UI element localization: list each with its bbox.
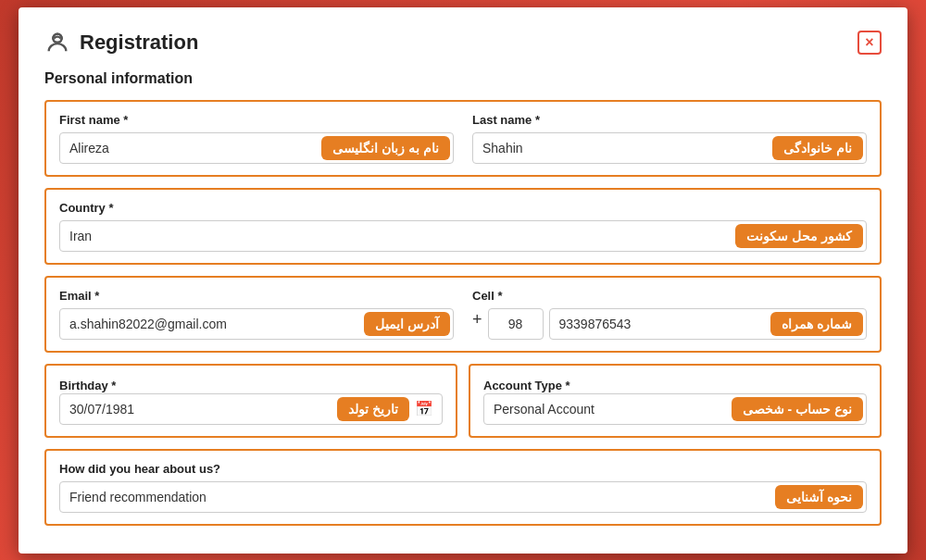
user-icon (44, 30, 70, 56)
cell-label: Cell * (472, 289, 867, 303)
calendar-icon[interactable]: 📅 (415, 400, 433, 417)
birthday-tooltip: تاریخ تولد (337, 397, 409, 421)
country-tooltip: کشور محل سکونت (735, 224, 863, 248)
how-heard-tooltip: نحوه آشنایی (775, 485, 863, 509)
how-heard-input-wrapper: نحوه آشنایی (59, 481, 867, 513)
country-label: Country * (59, 201, 867, 215)
country-select-wrapper: Iran United States United Kingdom ▾ کشور… (59, 220, 867, 252)
birthday-account-row: Birthday * 📅 تاریخ تولد Account Type * ن… (44, 364, 882, 438)
country-row: Country * Iran United States United King… (44, 188, 882, 265)
birthday-box: Birthday * 📅 تاریخ تولد (44, 364, 457, 438)
cell-country-code-input[interactable] (488, 308, 544, 340)
email-tooltip: آدرس ایمیل (364, 312, 450, 336)
how-heard-label: How did you hear about us? (59, 462, 867, 476)
last-name-input-wrapper: نام خانوادگی (472, 132, 867, 164)
last-name-label: Last name * (472, 113, 867, 127)
dialog-header: Registration × (44, 30, 882, 56)
registration-dialog: Registration × Personal information Firs… (19, 7, 907, 554)
how-heard-input[interactable] (59, 481, 867, 513)
dialog-title: Registration (80, 31, 198, 55)
email-input-wrapper: آدرس ایمیل (59, 308, 454, 340)
how-heard-group: How did you hear about us? نحوه آشنایی (59, 462, 867, 513)
first-name-group: First name * نام به زبان انگلیسی (59, 113, 454, 164)
cell-group-container: Cell * + شماره همراه (472, 289, 867, 340)
account-type-input-wrapper: نوع حساب - شخصی (483, 393, 867, 425)
email-group: Email * آدرس ایمیل (59, 289, 454, 340)
country-group: Country * Iran United States United King… (59, 201, 867, 252)
email-cell-row: Email * آدرس ایمیل Cell * + شماره همراه (44, 276, 882, 353)
how-heard-row: How did you hear about us? نحوه آشنایی (44, 449, 882, 526)
name-row: First name * نام به زبان انگلیسی Last na… (44, 100, 882, 177)
account-type-label: Account Type * (483, 379, 570, 392)
account-type-box: Account Type * نوع حساب - شخصی (469, 364, 882, 438)
close-button[interactable]: × (857, 31, 882, 55)
birthday-label: Birthday * (59, 379, 116, 392)
birthday-input-wrapper: 📅 تاریخ تولد (59, 393, 443, 425)
last-name-tooltip: نام خانوادگی (772, 136, 863, 160)
last-name-group: Last name * نام خانوادگی (472, 113, 867, 164)
first-name-tooltip: نام به زبان انگلیسی (321, 136, 450, 160)
cell-plus-sign: + (472, 310, 482, 337)
first-name-input-wrapper: نام به زبان انگلیسی (59, 132, 454, 164)
account-type-tooltip: نوع حساب - شخصی (732, 397, 863, 421)
email-label: Email * (59, 289, 454, 303)
section-title: Personal information (44, 70, 882, 87)
first-name-label: First name * (59, 113, 454, 127)
cell-tooltip: شماره همراه (770, 312, 863, 336)
title-row: Registration (44, 30, 198, 56)
cell-input-wrapper: + شماره همراه (472, 308, 867, 340)
